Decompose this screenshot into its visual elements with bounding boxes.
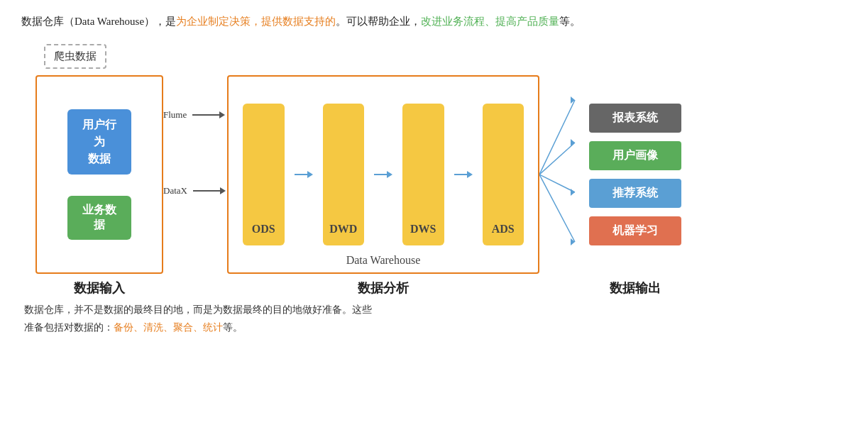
warehouse-box: ODS DWD DWS ADS Data Ware [227,75,539,274]
dwd-column: DWD [323,104,365,245]
output-box-report: 报表系统 [589,104,681,133]
svg-marker-7 [571,238,575,245]
ads-column: ADS [483,104,524,245]
output-ml-label: 机器学习 [612,224,658,236]
section-output: 报表系统 用户画像 推荐系统 机器学习 数据输出 [589,75,681,297]
input-border-box: 用户行为数据 业务数据 [35,75,163,274]
ods-column: ODS [243,104,285,245]
top-desc-highlight2: 改进业务流程、提高产品质量 [421,16,559,27]
output-report-label: 报表系统 [612,111,658,123]
flume-line [192,114,219,116]
ods-dwd-arrowhead [307,171,313,178]
ods-dwd-arrow [295,171,313,178]
bottom-desc-highlight: 备份、清洗、聚合、统计 [114,322,223,333]
svg-marker-6 [571,189,575,196]
ads-label: ADS [492,223,515,236]
datax-label: DataX [163,185,187,197]
fanout-svg [539,75,589,274]
top-desc-suffix: ），是 [144,16,176,27]
top-desc-mid: 。可以帮助企业， [336,16,421,27]
warehouse-section-label: 数据分析 [358,280,409,297]
dws-ads-line [454,174,467,175]
flume-arrowhead [219,111,225,118]
dws-label: DWS [410,223,436,236]
output-box-ml: 机器学习 [589,216,681,245]
output-boxes: 报表系统 用户画像 推荐系统 机器学习 [589,75,681,274]
ods-dwd-line [295,174,307,175]
biz-data-box: 业务数据 [67,196,131,240]
output-user-label: 用户画像 [612,149,658,161]
output-recommend-label: 推荐系统 [612,187,658,199]
section-warehouse: ODS DWD DWS ADS Data Ware [227,75,539,297]
ods-label: ODS [252,223,275,236]
flume-arrow [192,111,225,118]
datax-arrow [193,187,226,194]
output-box-user: 用户画像 [589,141,681,170]
section-input: 用户行为数据 业务数据 数据输入 [35,75,163,297]
dwd-dws-arrow [374,171,392,178]
bottom-description: 数据仓库，并不是数据的最终目的地，而是为数据最终的目的地做好准备。这些准备包括对… [24,301,847,336]
svg-line-1 [539,143,575,175]
arrows-middle: Flume DataX [163,75,227,274]
svg-line-3 [539,175,575,242]
dwd-dws-arrowhead [387,171,392,178]
biz-data-label: 业务数据 [82,204,116,231]
dwd-dws-line [374,174,387,175]
user-data-box: 用户行为数据 [67,109,131,175]
svg-line-2 [539,175,575,192]
top-desc-highlight1: 为企业制定决策，提供数据支持的 [176,16,336,27]
input-section-label: 数据输入 [74,280,125,297]
dws-column: DWS [402,104,444,245]
flume-label: Flume [163,109,187,121]
bottom-desc-suffix: 等。 [223,322,243,333]
fanout-arrows [539,75,589,274]
output-section-label: 数据输出 [610,280,661,297]
datax-arrow-row: DataX [163,185,226,197]
datax-line [193,190,220,192]
user-data-label: 用户行为数据 [82,118,116,165]
datax-arrowhead [220,187,226,194]
crawler-box: 爬虫数据 [44,44,106,69]
flume-arrow-row: Flume [163,109,225,121]
dws-ads-arrowhead [467,171,473,178]
diagram-area: 爬虫数据 用户行为数据 业务数据 数据输入 Flume DataX [21,44,847,297]
top-description: 数据仓库（Data Warehouse），是为企业制定决策，提供数据支持的。可以… [21,13,847,31]
top-desc-title: Data Warehouse [75,16,144,27]
svg-line-0 [539,100,575,175]
dwd-label: DWD [329,223,357,236]
dws-ads-arrow [454,171,473,178]
top-desc-end: 等。 [559,16,581,27]
top-desc-prefix: 数据仓库（ [21,16,75,27]
warehouse-label: Data Warehouse [346,254,421,267]
output-box-recommend: 推荐系统 [589,179,681,208]
